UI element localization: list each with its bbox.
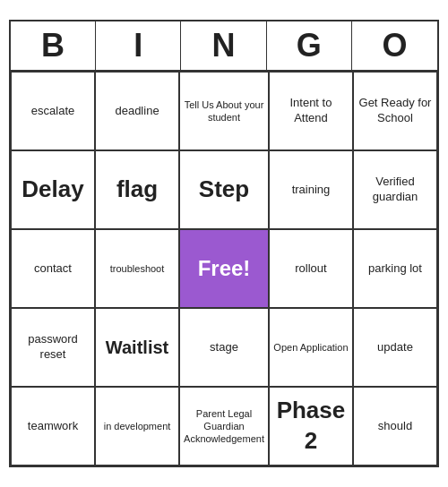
header-letter-n: N xyxy=(181,21,266,70)
bingo-cell-8: training xyxy=(269,150,353,229)
header-letter-i: I xyxy=(96,21,181,70)
bingo-cell-4: Get Ready for School xyxy=(353,72,437,150)
bingo-cell-22: Parent Legal Guardian Acknowledgement xyxy=(179,387,269,466)
bingo-card: BINGO escalatedeadlineTell Us About your… xyxy=(9,20,439,467)
bingo-cell-7: Step xyxy=(179,150,269,229)
bingo-cell-15: password reset xyxy=(11,308,95,387)
bingo-header: BINGO xyxy=(11,21,437,72)
bingo-cell-19: update xyxy=(353,308,437,387)
bingo-cell-2: Tell Us About your student xyxy=(179,72,269,150)
bingo-cell-24: should xyxy=(353,387,437,466)
bingo-cell-13: rollout xyxy=(269,229,353,308)
bingo-cell-16: Waitlist xyxy=(95,308,179,387)
bingo-cell-23: Phase 2 xyxy=(269,387,353,466)
bingo-cell-17: stage xyxy=(179,308,269,387)
bingo-cell-9: Verified guardian xyxy=(353,150,437,229)
bingo-cell-18: Open Application xyxy=(269,308,353,387)
bingo-cell-5: Delay xyxy=(11,150,95,229)
bingo-cell-20: teamwork xyxy=(11,387,95,466)
bingo-grid: escalatedeadlineTell Us About your stude… xyxy=(11,72,437,466)
bingo-cell-11: troubleshoot xyxy=(95,229,179,308)
bingo-cell-6: flag xyxy=(95,150,179,229)
bingo-cell-0: escalate xyxy=(11,72,95,150)
bingo-cell-1: deadline xyxy=(95,72,179,150)
bingo-cell-14: parking lot xyxy=(353,229,437,308)
header-letter-g: G xyxy=(267,21,352,70)
header-letter-o: O xyxy=(352,21,437,70)
bingo-cell-21: in development xyxy=(95,387,179,466)
header-letter-b: B xyxy=(11,21,96,70)
bingo-cell-3: Intent to Attend xyxy=(269,72,353,150)
bingo-cell-10: contact xyxy=(11,229,95,308)
bingo-cell-12: Free! xyxy=(179,229,269,308)
